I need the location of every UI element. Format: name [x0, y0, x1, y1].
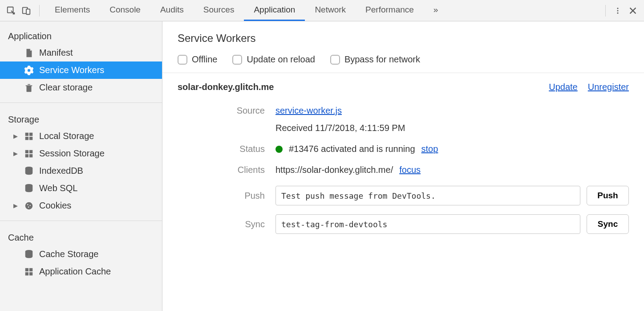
cookie-icon — [24, 201, 34, 211]
inspect-element-icon[interactable] — [4, 3, 19, 18]
divider — [605, 5, 606, 16]
sidebar-item-websql[interactable]: ▶ Web SQL — [0, 180, 162, 197]
sw-origin: solar-donkey.glitch.me — [178, 82, 274, 92]
svg-rect-6 — [25, 132, 28, 135]
sidebar-item-clear-storage[interactable]: ▶ Clear storage — [0, 79, 162, 96]
application-sidebar: Application ▶ Manifest ▶ Service Workers… — [0, 21, 162, 311]
chevron-right-icon[interactable]: ▶ — [13, 133, 19, 139]
chevron-right-icon[interactable]: ▶ — [13, 202, 19, 209]
tab-sources[interactable]: Sources — [194, 0, 244, 21]
grid-icon — [24, 131, 34, 141]
tab-console[interactable]: Console — [100, 0, 150, 21]
close-icon[interactable] — [625, 3, 640, 18]
field-label: Source — [178, 106, 275, 116]
sidebar-item-manifest[interactable]: ▶ Manifest — [0, 44, 162, 61]
sidebar-item-indexeddb[interactable]: ▶ IndexedDB — [0, 162, 162, 180]
sync-input[interactable] — [275, 214, 580, 234]
unregister-link[interactable]: Unregister — [588, 82, 629, 92]
checkbox-label: Update on reload — [247, 54, 315, 65]
push-input[interactable] — [275, 186, 580, 205]
divider — [162, 73, 644, 73]
update-on-reload-checkbox[interactable]: Update on reload — [232, 54, 315, 65]
grid-icon — [24, 149, 34, 159]
status-indicator-icon — [275, 146, 283, 153]
svg-rect-9 — [29, 136, 32, 139]
tab-network[interactable]: Network — [305, 0, 356, 21]
received-text: Received 11/7/2018, 4:11:59 PM — [275, 123, 405, 133]
checkbox-icon — [330, 55, 340, 65]
sidebar-item-label: Cookies — [39, 201, 71, 211]
service-workers-panel: Service Workers Offline Update on reload… — [162, 21, 644, 311]
sidebar-item-local-storage[interactable]: ▶ Local Storage — [0, 127, 162, 145]
sidebar-item-label: Cache Storage — [39, 249, 98, 259]
checkbox-label: Bypass for network — [344, 54, 420, 65]
svg-rect-11 — [29, 150, 32, 153]
grid-icon — [24, 267, 34, 277]
section-application: Application — [0, 26, 162, 44]
tab-application[interactable]: Application — [244, 0, 305, 21]
svg-rect-21 — [25, 268, 28, 271]
device-toolbar-icon[interactable] — [19, 3, 34, 18]
svg-rect-7 — [29, 132, 32, 135]
sidebar-item-application-cache[interactable]: ▶ Application Cache — [0, 263, 162, 280]
svg-rect-12 — [25, 154, 28, 157]
panel-title: Service Workers — [178, 32, 629, 45]
push-row: Push Push — [178, 186, 629, 205]
source-row: Source service-worker.js Received 11/7/2… — [178, 106, 629, 133]
offline-checkbox[interactable]: Offline — [178, 54, 217, 65]
sidebar-item-label: Application Cache — [39, 266, 111, 277]
field-label: Status — [178, 144, 275, 154]
svg-point-17 — [27, 204, 28, 205]
tab-overflow[interactable]: » — [424, 0, 448, 21]
sidebar-item-label: IndexedDB — [39, 166, 83, 176]
tab-elements[interactable]: Elements — [45, 0, 100, 21]
sidebar-item-cookies[interactable]: ▶ Cookies — [0, 197, 162, 214]
sw-options: Offline Update on reload Bypass for netw… — [178, 54, 629, 73]
tab-audits[interactable]: Audits — [150, 0, 194, 21]
sidebar-item-service-workers[interactable]: ▶ Service Workers — [0, 61, 162, 79]
sidebar-item-label: Service Workers — [39, 65, 104, 75]
sidebar-item-label: Manifest — [39, 48, 73, 58]
database-icon — [24, 166, 34, 176]
clients-row: Clients https://solar-donkey.glitch.me/ … — [178, 165, 629, 175]
sw-origin-row: solar-donkey.glitch.me Update Unregister — [178, 82, 629, 92]
tabs: Elements Console Audits Sources Applicat… — [45, 0, 601, 21]
svg-point-16 — [25, 202, 33, 209]
status-text: #13476 activated and is running — [289, 144, 415, 154]
svg-rect-10 — [25, 150, 28, 153]
tab-performance[interactable]: Performance — [356, 0, 424, 21]
chevron-right-icon[interactable]: ▶ — [13, 150, 19, 157]
svg-point-18 — [30, 205, 31, 205]
svg-rect-13 — [29, 154, 32, 157]
divider — [0, 221, 162, 221]
svg-rect-22 — [29, 268, 32, 271]
sidebar-item-label: Local Storage — [39, 131, 94, 141]
status-row: Status #13476 activated and is running s… — [178, 144, 629, 154]
svg-point-19 — [28, 206, 29, 207]
section-cache: Cache — [0, 227, 162, 246]
sync-button[interactable]: Sync — [587, 214, 629, 234]
svg-rect-8 — [25, 136, 28, 139]
sidebar-item-session-storage[interactable]: ▶ Session Storage — [0, 145, 162, 162]
field-label: Sync — [178, 219, 275, 229]
client-url: https://solar-donkey.glitch.me/ — [275, 165, 393, 175]
svg-rect-2 — [26, 9, 30, 14]
sync-row: Sync Sync — [178, 214, 629, 234]
kebab-menu-icon[interactable] — [610, 3, 625, 18]
gear-icon — [24, 65, 34, 75]
sidebar-item-cache-storage[interactable]: ▶ Cache Storage — [0, 246, 162, 263]
svg-point-3 — [617, 8, 619, 9]
focus-link[interactable]: focus — [399, 165, 421, 175]
stop-link[interactable]: stop — [421, 144, 438, 154]
checkbox-icon — [232, 55, 242, 65]
bypass-for-network-checkbox[interactable]: Bypass for network — [330, 54, 420, 65]
sidebar-item-label: Clear storage — [39, 82, 93, 93]
database-icon — [24, 250, 34, 259]
source-link[interactable]: service-worker.js — [275, 106, 342, 116]
svg-rect-24 — [29, 272, 32, 275]
devtools-tabbar: Elements Console Audits Sources Applicat… — [0, 0, 644, 21]
update-link[interactable]: Update — [549, 82, 578, 92]
push-button[interactable]: Push — [587, 186, 629, 205]
field-label: Clients — [178, 165, 275, 175]
divider — [0, 102, 162, 103]
